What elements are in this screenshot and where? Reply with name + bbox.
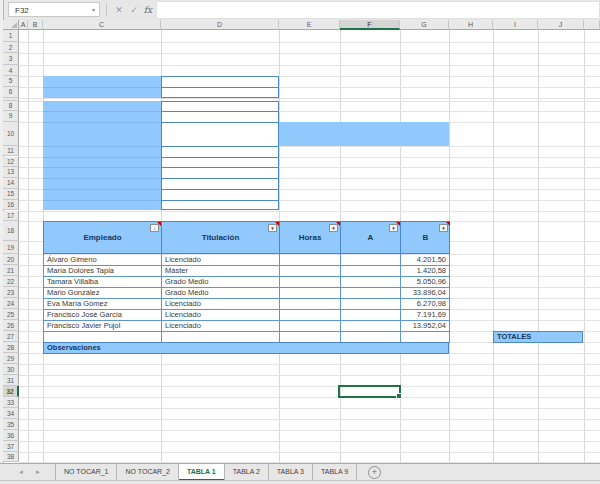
column-header-A[interactable]: A (19, 20, 28, 30)
comment-indicator (157, 222, 161, 226)
name-box[interactable]: F32 ▾ (8, 2, 100, 17)
comment-indicator (336, 222, 340, 226)
select-all-corner[interactable] (3, 20, 19, 30)
sheet-tabs: NO TOCAR_1NO TOCAR_2TABLA 1TABLA 2TABLA … (55, 464, 357, 481)
tab-scroll-right-icon[interactable]: ► (35, 469, 41, 475)
column-header-H[interactable]: H (449, 20, 493, 30)
gridline-horizontal (19, 408, 600, 409)
bordered-cell-line (162, 157, 278, 158)
row-header-18[interactable]: 18 (3, 221, 19, 241)
row-header-6[interactable]: 6 (3, 87, 19, 98)
sheet-tab-no-tocar-1[interactable]: NO TOCAR_1 (55, 464, 117, 481)
column-header-C[interactable]: C (43, 20, 161, 30)
row-header-25[interactable]: 25 (3, 309, 19, 320)
column-header-D[interactable]: D (161, 20, 279, 30)
row-header-31[interactable]: 31 (3, 375, 19, 386)
row-header-23[interactable]: 23 (3, 287, 19, 298)
row-header-30[interactable]: 30 (3, 364, 19, 375)
bordered-cell-line (162, 111, 278, 112)
fill-gridline (43, 200, 161, 201)
gridline-horizontal (19, 441, 600, 442)
column-header-F[interactable]: F (340, 20, 400, 30)
row-header-16[interactable]: 16 (3, 200, 19, 211)
sheet-tab-tabla-3[interactable]: TABLA 3 (269, 464, 313, 481)
fill-gridline (43, 146, 161, 147)
row-header-19[interactable]: 19 (3, 241, 19, 254)
row-header-22[interactable]: 22 (3, 276, 19, 287)
column-header-B[interactable]: B (28, 20, 43, 30)
row-header-17[interactable]: 17 (3, 211, 19, 222)
row-header-1[interactable]: 1 (3, 30, 19, 42)
row-header-9[interactable]: 9 (3, 111, 19, 122)
row-header-20[interactable]: 20 (3, 254, 19, 265)
gridline-horizontal (19, 53, 600, 54)
sheet-tab-bar: ◄ ► NO TOCAR_1NO TOCAR_2TABLA 1TABLA 2TA… (0, 463, 600, 481)
gridline-horizontal (19, 430, 600, 431)
row-header-5[interactable]: 5 (3, 76, 19, 87)
column-header-J[interactable]: J (538, 20, 584, 30)
bordered-cell-line (162, 189, 278, 190)
row-header-32[interactable]: 32 (3, 386, 19, 397)
row-header-34[interactable]: 34 (3, 408, 19, 419)
sheet-tab-tabla-2[interactable]: TABLA 2 (225, 464, 269, 481)
table-header-b: B▾ (401, 222, 450, 253)
table-header-horas: Horas▾ (280, 222, 341, 253)
row-header-2[interactable]: 2 (3, 42, 19, 54)
fill-gridline (43, 157, 161, 158)
blue-filled-cells-E10-G10[interactable] (279, 122, 449, 146)
status-bar-edge (0, 480, 600, 484)
table-header-row: Empleado↓Titulación▾Horas▾A▾B▾ (43, 221, 450, 254)
bordered-cell-line (162, 87, 278, 88)
row-header-4[interactable]: 4 (3, 65, 19, 77)
gridline-horizontal (19, 452, 600, 453)
row-header-3[interactable]: 3 (3, 53, 19, 65)
bordered-cell-line (162, 200, 278, 201)
column-header-G[interactable]: G (400, 20, 449, 30)
add-sheet-button[interactable]: + (368, 466, 381, 479)
tab-scroll-left-icon[interactable]: ◄ (18, 469, 24, 475)
gridline-horizontal (19, 42, 600, 43)
name-box-value: F32 (15, 6, 29, 15)
row-header-21[interactable]: 21 (3, 265, 19, 276)
column-header-E[interactable]: E (279, 20, 340, 30)
row-header-33[interactable]: 33 (3, 397, 19, 408)
bordered-cell-line (162, 146, 278, 147)
formula-bar: F32 ▾ ✕ ✓ fx (0, 0, 600, 21)
row-header-13[interactable]: 13 (3, 167, 19, 178)
row-header-29[interactable]: 29 (3, 353, 19, 364)
row-header-10[interactable]: 10 (3, 122, 19, 146)
sheet-tab-no-tocar-2[interactable]: NO TOCAR_2 (117, 464, 178, 481)
row-header-27[interactable]: 27 (3, 331, 19, 342)
row-header-36[interactable]: 36 (3, 430, 19, 441)
totales-cell[interactable]: TOTALES (493, 331, 583, 343)
column-header-I[interactable]: I (493, 20, 538, 30)
sheet-tab-tabla-1[interactable]: TABLA 1 (179, 464, 225, 481)
enter-icon[interactable]: ✓ (127, 2, 141, 18)
insert-function-icon[interactable]: fx (141, 2, 155, 18)
gridline-horizontal (19, 375, 600, 376)
row-header-11[interactable]: 11 (3, 146, 19, 157)
row-header-12[interactable]: 12 (3, 157, 19, 168)
row-header-28[interactable]: 28 (3, 342, 19, 353)
fill-handle[interactable] (396, 393, 402, 399)
name-box-dropdown-icon[interactable]: ▾ (92, 3, 95, 18)
gridline-horizontal (19, 65, 600, 66)
formula-input[interactable] (156, 1, 600, 19)
row-header-24[interactable]: 24 (3, 298, 19, 309)
table-header-empleado: Empleado↓ (44, 222, 162, 253)
row-header-15[interactable]: 15 (3, 189, 19, 200)
column-header-partial[interactable] (584, 20, 600, 30)
gridline-horizontal (19, 211, 600, 212)
observaciones-banner[interactable]: Observaciones (43, 342, 449, 354)
gridline-horizontal (19, 419, 600, 420)
fill-gridline (43, 189, 161, 190)
row-header-26[interactable]: 26 (3, 320, 19, 331)
gridline-horizontal (19, 98, 600, 99)
row-header-14[interactable]: 14 (3, 178, 19, 189)
cancel-icon[interactable]: ✕ (112, 2, 126, 18)
row-header-8[interactable]: 8 (3, 101, 19, 112)
row-header-37[interactable]: 37 (3, 441, 19, 452)
row-header-38[interactable]: 38 (3, 452, 19, 462)
sheet-tab-tabla-9[interactable]: TABLA 9 (313, 464, 357, 481)
row-header-35[interactable]: 35 (3, 419, 19, 430)
